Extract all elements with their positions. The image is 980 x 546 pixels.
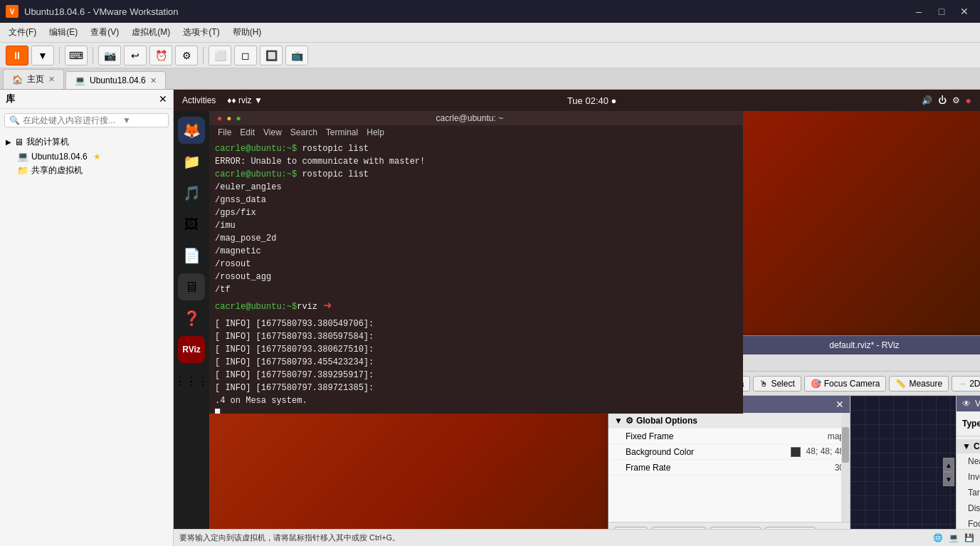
- 3d-view[interactable]: ▲ ▼: [850, 396, 956, 529]
- dock-icon-docs[interactable]: 📄: [178, 242, 205, 269]
- toolbar-suspend-btn[interactable]: ⏰: [149, 46, 172, 65]
- network-indicator: ●: [966, 95, 971, 106]
- toolbar-restore-btn[interactable]: ↩: [124, 46, 147, 65]
- settings-icon[interactable]: ⚙: [952, 95, 960, 105]
- vm-status-icon: 💻: [949, 533, 959, 542]
- terminal-window[interactable]: ● ● ● cacrle@ubuntu: ~ File Edit View Se…: [209, 111, 743, 424]
- displays-scrollbar-thumb[interactable]: [842, 427, 849, 463]
- dock-icon-music[interactable]: 🎵: [178, 179, 205, 206]
- terminal-menu-search[interactable]: Search: [290, 127, 317, 137]
- sidebar-close-btn[interactable]: ✕: [159, 93, 167, 105]
- dock-icon-terminal[interactable]: 🖥: [178, 273, 205, 300]
- rviz-indicator[interactable]: ♦♦ rviz ▼: [227, 95, 262, 105]
- terminal-max-btn[interactable]: ●: [236, 113, 241, 123]
- title-bar-left: V Ubuntu18.04.6 - VMware Workstation: [6, 5, 179, 18]
- dock-icon-rviz[interactable]: RViz: [178, 336, 205, 363]
- dock-icon-help[interactable]: ❓: [178, 305, 205, 332]
- displays-close-btn[interactable]: ✕: [836, 399, 844, 410]
- toolbar-view-btn[interactable]: 📺: [285, 46, 308, 65]
- search-dropdown-icon[interactable]: ▼: [122, 115, 131, 125]
- terminal-menu-file[interactable]: File: [218, 127, 231, 137]
- vmware-window: V Ubuntu18.04.6 - VMware Workstation – □…: [0, 0, 980, 546]
- measure-btn[interactable]: 📏 Measure: [889, 376, 949, 392]
- remove-display-btn[interactable]: Remove: [710, 527, 761, 529]
- dock-icon-firefox[interactable]: 🦊: [178, 117, 205, 144]
- near-clip-row: Near Clip ... 0.01: [957, 453, 980, 469]
- sidebar-search-input[interactable]: [23, 115, 122, 125]
- terminal-menu-view[interactable]: View: [263, 127, 282, 137]
- nav-up-btn[interactable]: ▲: [943, 458, 954, 472]
- focus-camera-btn[interactable]: 🎯 Focus Camera: [804, 376, 887, 392]
- toolbar-zoom-btn[interactable]: 🔲: [260, 46, 283, 65]
- terminal-line-7: /imu: [215, 219, 737, 232]
- terminal-menu-terminal[interactable]: Terminal: [326, 127, 358, 137]
- terminal-menu-edit[interactable]: Edit: [240, 127, 255, 137]
- ubuntu-topbar-right: 🔊 ⏻ ⚙ ●: [922, 95, 971, 106]
- close-button[interactable]: ✕: [954, 4, 974, 19]
- invert-z-row: Invert Z Axis: [957, 469, 980, 485]
- sidebar-item-shared[interactable]: 📁 共享的虚拟机: [14, 163, 170, 178]
- toolbar-send-ctrl-alt-del[interactable]: ⌨: [65, 46, 88, 65]
- add-display-btn[interactable]: Add: [614, 527, 648, 529]
- duplicate-display-btn[interactable]: Duplicate: [652, 527, 706, 529]
- terminal-min-btn[interactable]: ●: [226, 113, 231, 123]
- cursor-icon: 🖱: [759, 379, 768, 389]
- tab-ubuntu[interactable]: 💻 Ubuntu18.04.6 ✕: [65, 71, 166, 89]
- sidebar-item-my-computer[interactable]: ▶ 🖥 我的计算机: [3, 135, 170, 149]
- dock-icon-photos[interactable]: 🖼: [178, 211, 205, 238]
- menu-file[interactable]: 文件(F): [3, 24, 42, 41]
- pose-estimate-btn[interactable]: → 2D Pose Estimate: [952, 376, 980, 392]
- focal-shape-row: Focal Shap... 0.05: [957, 516, 980, 529]
- tab-home-icon: 🏠: [12, 75, 23, 85]
- sidebar-tree: ▶ 🖥 我的计算机 💻 Ubuntu18.04.6 ★ 📁 共享的虚拟机: [0, 132, 173, 546]
- background-color-value[interactable]: 48; 48; 48: [791, 446, 844, 457]
- tab-ubuntu-close[interactable]: ✕: [150, 76, 157, 85]
- sidebar-item-ubuntu[interactable]: 💻 Ubuntu18.04.6 ★: [14, 149, 170, 163]
- toolbar-unity-btn[interactable]: ◻: [234, 46, 257, 65]
- rename-display-btn[interactable]: Rename: [765, 527, 816, 529]
- tab-ubuntu-label: Ubuntu18.04.6: [90, 75, 146, 85]
- terminal-content[interactable]: cacrle@ubuntu:~$ rostopic list ERROR: Un…: [209, 140, 743, 414]
- distance-label: Distance: [968, 503, 980, 513]
- dock-icon-files[interactable]: 📁: [178, 148, 205, 175]
- toolbar-sep-1: [59, 47, 60, 64]
- tab-home-close[interactable]: ✕: [48, 75, 55, 84]
- arrow-right-icon: ➜: [323, 296, 332, 317]
- menu-help[interactable]: 帮助(H): [227, 24, 268, 41]
- activities-btn[interactable]: Activities: [182, 95, 216, 105]
- menu-vm[interactable]: 虚拟机(M): [126, 24, 176, 41]
- menu-tab[interactable]: 选项卡(T): [177, 24, 225, 41]
- focal-shape-label: Focal Shap...: [968, 519, 980, 529]
- volume-icon[interactable]: 🔊: [922, 95, 932, 105]
- terminal-titlebar: ● ● ● cacrle@ubuntu: ~: [209, 111, 743, 125]
- tab-home-label: 主页: [27, 73, 44, 85]
- toolbar-play-btn[interactable]: ⏸: [6, 46, 28, 65]
- menu-view[interactable]: 查看(V): [85, 24, 125, 41]
- views-type-label: Type:: [962, 419, 980, 429]
- terminal-line-3: cacrle@ubuntu:~$ rostopic list: [215, 168, 737, 181]
- terminal-line-6: /gps/fix: [215, 206, 737, 219]
- toolbar-settings-btn[interactable]: ⚙: [175, 46, 198, 65]
- tab-home[interactable]: 🏠 主页 ✕: [3, 69, 64, 89]
- minimize-button[interactable]: –: [909, 4, 929, 19]
- toolbar-fullscreen-btn[interactable]: ⬜: [209, 46, 231, 65]
- displays-scrollbar[interactable]: [841, 413, 850, 522]
- nav-down-btn[interactable]: ▼: [943, 472, 954, 486]
- terminal-line-8: /mag_pose_2d: [215, 232, 737, 245]
- terminal-close-btn[interactable]: ●: [217, 113, 222, 123]
- invert-z-label: Invert Z Axis: [968, 472, 980, 482]
- power-icon[interactable]: ⏻: [938, 95, 947, 105]
- maximize-button[interactable]: □: [932, 4, 952, 19]
- toolbar-snapshot-btn[interactable]: 📷: [98, 46, 121, 65]
- sidebar-search-box[interactable]: 🔍 ▼: [4, 113, 169, 127]
- dock-icon-apps[interactable]: ⋮⋮⋮: [178, 367, 205, 394]
- current-view-header: ▼ Current View Orbit (rviz): [957, 439, 980, 453]
- current-view-label: Current View: [974, 441, 980, 451]
- ubuntu-desktop[interactable]: Activities ♦♦ rviz ▼ Tue 02:40 ● 🔊 ⏻ ⚙ ●…: [174, 90, 980, 529]
- select-tool-btn[interactable]: 🖱 Select: [753, 376, 801, 392]
- toolbar-play-dropdown[interactable]: ▼: [31, 46, 54, 65]
- terminal-menu-help[interactable]: Help: [367, 127, 384, 137]
- target-frame-label: Target Fra...: [968, 488, 980, 498]
- terminal-line-4: /euler_angles: [215, 181, 737, 194]
- menu-edit[interactable]: 编辑(E): [43, 24, 83, 41]
